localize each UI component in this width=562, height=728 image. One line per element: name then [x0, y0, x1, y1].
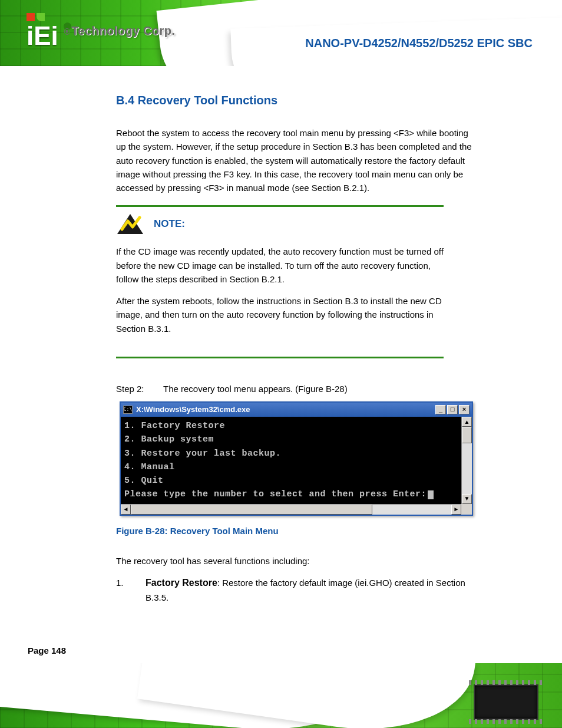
step-text: The recovery tool menu appears. (Figure … — [163, 382, 475, 396]
chip-graphic — [474, 684, 538, 720]
vertical-scrollbar[interactable]: ▲ ▼ — [461, 417, 472, 504]
section-heading: B.4 Recovery Tool Functions — [116, 91, 475, 110]
cmd-icon: C:\ — [123, 406, 133, 414]
registered-mark: ® — [64, 27, 70, 37]
step-label: Step 2: — [116, 382, 151, 396]
scroll-thumb[interactable] — [462, 427, 472, 443]
maximize-button[interactable]: □ — [447, 405, 458, 414]
figure-caption: Figure B-28: Recovery Tool Main Menu — [116, 524, 475, 538]
scroll-right-icon[interactable]: ► — [451, 505, 461, 515]
cmd-window: C:\ X:\Windows\System32\cmd.exe _ □ × 1.… — [120, 401, 473, 516]
functions-intro: The recovery tool has several functions … — [116, 554, 475, 568]
logo-letters: iEi — [27, 23, 58, 49]
page-content: B.4 Recovery Tool Functions Reboot the s… — [116, 91, 475, 610]
scrollbar-corner — [461, 504, 472, 515]
close-button[interactable]: × — [459, 405, 470, 414]
function-number: 1. — [116, 576, 134, 604]
company-logo: iEi ®Technology Corp. — [27, 13, 176, 49]
note-bottom-rule — [116, 357, 444, 358]
note-paragraph-2: After the system reboots, follow the ins… — [116, 294, 444, 335]
scroll-up-icon[interactable]: ▲ — [462, 417, 472, 427]
cursor-icon — [428, 490, 434, 499]
note-paragraph-1: If the CD image was recently updated, th… — [116, 245, 444, 286]
note-icon — [116, 213, 144, 235]
intro-paragraph: Reboot the system to access the recovery… — [116, 126, 475, 195]
minimize-button[interactable]: _ — [435, 405, 446, 414]
logo-tagline: Technology Corp. — [71, 24, 176, 37]
step-2: Step 2: The recovery tool menu appears. … — [116, 382, 475, 396]
cmd-output: 1. Factory Restore 2. Backup system 3. R… — [121, 417, 461, 504]
top-banner: iEi ®Technology Corp. NANO-PV-D4252/N455… — [0, 0, 562, 66]
horizontal-scrollbar[interactable]: ◄ ► — [121, 504, 461, 515]
page-number: Page 148 — [28, 645, 66, 655]
note-box: NOTE: If the CD image was recently updat… — [116, 205, 475, 358]
note-title: NOTE: — [154, 216, 185, 232]
cmd-titlebar: C:\ X:\Windows\System32\cmd.exe _ □ × — [121, 403, 472, 417]
function-item-1: 1. Factory Restore: Restore the factory … — [116, 576, 475, 604]
scroll-left-icon[interactable]: ◄ — [121, 505, 131, 515]
scroll-thumb-h[interactable] — [131, 505, 372, 515]
cmd-title: X:\Windows\System32\cmd.exe — [135, 404, 433, 416]
function-text: Factory Restore: Restore the factory def… — [146, 576, 475, 604]
product-name: NANO-PV-D4252/N4552/D5252 EPIC SBC — [305, 37, 533, 50]
logo-mark: iEi — [27, 13, 58, 49]
scroll-down-icon[interactable]: ▼ — [462, 494, 472, 504]
function-name: Factory Restore — [146, 578, 217, 588]
bottom-banner — [0, 663, 562, 728]
